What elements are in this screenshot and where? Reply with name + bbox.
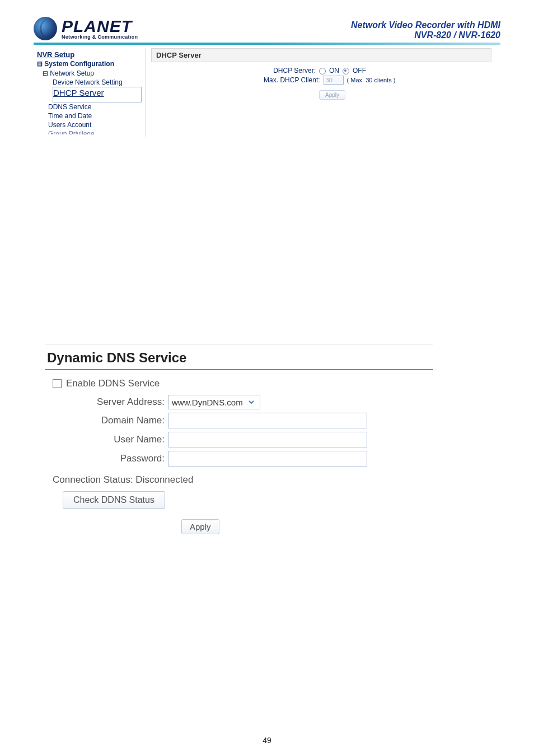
domain-name-label: Domain Name: — [53, 415, 168, 426]
nav-item-label: Network Setup — [50, 69, 94, 77]
server-address-value: www.DynDNS.com — [172, 398, 243, 407]
nvr-setup-nav: NVR Setup ⊟ System Configuration ⊟ Netwo… — [34, 48, 146, 137]
doc-header: PLANET Networking & Communication Networ… — [34, 17, 500, 40]
brand-name: PLANET — [62, 18, 138, 35]
nav-section-label: System Configuration — [44, 60, 114, 68]
nav-item-network-setup[interactable]: ⊟ Network Setup — [43, 69, 142, 78]
page-number: 49 — [0, 736, 534, 745]
ddns-apply-button[interactable]: Apply — [181, 519, 219, 534]
row-max-dhcp-client: Max. DHCP Client: ( Max. 30 clients ) — [151, 76, 500, 85]
server-address-select[interactable]: www.DynDNS.com — [168, 395, 260, 409]
header-divider — [34, 43, 500, 45]
doc-title-line2: NVR-820 / NVR-1620 — [351, 30, 500, 40]
row-user-name: User Name: — [53, 432, 431, 447]
nav-item-device-network-setting[interactable]: Device Network Setting — [53, 78, 142, 87]
ddns-form: Enable DDNS Service Server Address: www.… — [45, 370, 433, 536]
dhcp-panel-title: DHCP Server — [151, 48, 491, 62]
logo: PLANET Networking & Communication — [34, 17, 138, 40]
nav-item-truncated[interactable]: Group Privilege — [48, 129, 142, 134]
row-domain-name: Domain Name: — [53, 413, 431, 428]
password-input[interactable] — [168, 451, 367, 466]
brand-tagline: Networking & Communication — [62, 35, 138, 40]
dhcp-server-panel: NVR Setup ⊟ System Configuration ⊟ Netwo… — [34, 48, 500, 137]
dhcp-content: DHCP Server DHCP Server: ON OFF Max. DHC… — [146, 48, 500, 137]
nav-section-system-configuration[interactable]: ⊟ System Configuration — [37, 60, 142, 68]
max-dhcp-hint: ( Max. 30 clients ) — [347, 77, 396, 83]
logo-text: PLANET Networking & Communication — [62, 18, 138, 40]
radio-on-label: ON — [329, 67, 339, 74]
radio-off-label: OFF — [353, 67, 366, 74]
planet-logo-icon — [34, 17, 57, 40]
nav-item-time-and-date[interactable]: Time and Date — [48, 111, 142, 120]
dhcp-server-label: DHCP Server: — [221, 67, 316, 74]
ddns-panel: Dynamic DNS Service Enable DDNS Service … — [45, 344, 433, 536]
doc-title: Network Video Recorder with HDMI NVR-820… — [351, 20, 500, 40]
nav-item-users-account[interactable]: Users Account — [48, 120, 142, 129]
enable-ddns-label: Enable DDNS Service — [66, 378, 160, 389]
row-server-address: Server Address: www.DynDNS.com — [53, 395, 431, 409]
ddns-top-divider — [45, 344, 433, 344]
radio-on[interactable] — [319, 68, 326, 74]
check-ddns-status-button[interactable]: Check DDNS Status — [63, 491, 165, 509]
max-dhcp-input[interactable] — [324, 76, 344, 85]
row-enable-ddns: Enable DDNS Service — [53, 378, 431, 389]
row-dhcp-server-state: DHCP Server: ON OFF — [151, 67, 500, 74]
nav-tree: ⊟ Network Setup Device Network Setting D… — [43, 69, 142, 134]
user-name-label: User Name: — [53, 434, 168, 445]
max-dhcp-label: Max. DHCP Client: — [225, 76, 320, 84]
row-password: Password: — [53, 451, 431, 466]
doc-title-line1: Network Video Recorder with HDMI — [351, 20, 500, 30]
chevron-down-icon — [246, 396, 256, 408]
password-label: Password: — [53, 453, 168, 464]
nvr-setup-title[interactable]: NVR Setup — [37, 50, 142, 59]
server-address-label: Server Address: — [53, 396, 168, 408]
dhcp-apply-button[interactable]: Apply — [319, 90, 345, 100]
connection-status: Connection Status: Disconnected — [53, 474, 431, 486]
nav-item-dhcp-server[interactable]: DHCP Server — [53, 87, 142, 102]
domain-name-input[interactable] — [168, 413, 367, 428]
dhcp-form: DHCP Server: ON OFF Max. DHCP Client: ( … — [151, 67, 500, 100]
ddns-panel-title: Dynamic DNS Service — [45, 346, 433, 370]
nav-item-ddns-service[interactable]: DDNS Service — [48, 102, 142, 111]
enable-ddns-checkbox[interactable] — [53, 379, 62, 388]
user-name-input[interactable] — [168, 432, 367, 447]
radio-off[interactable] — [343, 68, 349, 74]
